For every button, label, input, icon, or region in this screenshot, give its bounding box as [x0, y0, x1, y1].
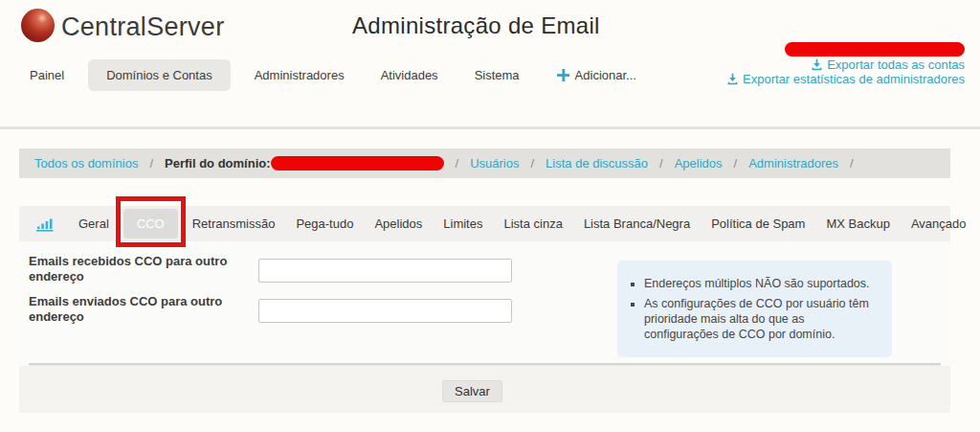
- export-admin-stats-link[interactable]: Exportar estatísticas de administradores: [726, 72, 965, 86]
- export-all-accounts-label: Exportar todas as contas: [827, 57, 965, 72]
- redaction-bar: [271, 156, 444, 171]
- breadcrumb-separator: /: [530, 156, 534, 171]
- info-item: Endereços múltiplos NÃO são suportados.: [644, 276, 879, 291]
- tab-politica-de-spam[interactable]: Política de Spam: [701, 209, 815, 239]
- breadcrumb-aliases[interactable]: Apelidos: [675, 156, 723, 171]
- tab-limites[interactable]: Limites: [433, 209, 493, 239]
- breadcrumb-domain-profile: Perfil do domínio:: [165, 156, 271, 171]
- nav-item-painel[interactable]: Painel: [17, 59, 77, 91]
- nav-item-atividades[interactable]: Atividades: [368, 59, 451, 91]
- breadcrumb-separator: /: [659, 156, 663, 171]
- export-links: Exportar todas as contas Exportar estatí…: [726, 57, 965, 86]
- centralserver-logo-icon: [21, 9, 55, 42]
- tab-geral[interactable]: Geral: [68, 209, 120, 239]
- breadcrumb-separator: /: [850, 156, 854, 171]
- content-divider: [29, 363, 941, 365]
- breadcrumb-separator: /: [734, 156, 738, 171]
- received-cco-label: Emails recebidos CCO para outro endereço: [29, 254, 254, 284]
- nav-item-sistema[interactable]: Sistema: [462, 59, 532, 91]
- tab-retransmissao[interactable]: Retransmissão: [182, 209, 286, 239]
- tab-lista-branca-negra[interactable]: Lista Branca/Negra: [573, 209, 701, 239]
- form-footer: Salvar: [19, 366, 950, 413]
- breadcrumb-separator: /: [456, 156, 459, 171]
- breadcrumb: Todos os domínios / Perfil do domínio: /…: [19, 148, 950, 178]
- add-button[interactable]: Adicionar...: [557, 68, 636, 82]
- plus-icon: [557, 69, 569, 81]
- download-icon: [811, 58, 823, 71]
- header-divider: [0, 126, 980, 129]
- tab-avancado[interactable]: Avançado: [901, 209, 977, 239]
- main-nav: Painel Domínios e Contas Administradores…: [17, 59, 636, 91]
- breadcrumb-all-domains[interactable]: Todos os domínios: [34, 156, 138, 171]
- export-admin-stats-label: Exportar estatísticas de administradores: [743, 72, 965, 86]
- tab-apelidos[interactable]: Apelidos: [364, 209, 433, 239]
- info-list: Endereços múltiplos NÃO são suportados. …: [627, 276, 879, 342]
- nav-item-dominios-e-contas[interactable]: Domínios e Contas: [88, 59, 231, 91]
- cco-form: Emails recebidos CCO para outro endereço…: [19, 241, 950, 365]
- download-icon: [726, 73, 739, 85]
- redaction-bar: [785, 42, 965, 57]
- tab-mx-backup[interactable]: MX Backup: [815, 209, 900, 239]
- info-box: Endereços múltiplos NÃO são suportados. …: [617, 261, 892, 357]
- add-button-label: Adicionar...: [575, 68, 636, 82]
- brand-name: CentralServer: [61, 12, 224, 42]
- info-item: As configurações de CCO por usuário têm …: [644, 296, 879, 342]
- received-cco-input[interactable]: [258, 259, 512, 283]
- tab-lista-cinza[interactable]: Lista cinza: [493, 209, 572, 239]
- breadcrumb-separator: /: [149, 156, 153, 171]
- sent-cco-input[interactable]: [258, 299, 512, 323]
- bar-chart-icon[interactable]: [35, 216, 55, 232]
- breadcrumb-mailing-list[interactable]: Lista de discussão: [546, 156, 648, 171]
- breadcrumb-administrators[interactable]: Administradores: [748, 156, 838, 171]
- breadcrumb-users[interactable]: Usuários: [470, 156, 519, 171]
- export-all-accounts-link[interactable]: Exportar todas as contas: [726, 57, 965, 72]
- tab-cco[interactable]: CCO: [123, 209, 178, 239]
- tab-cco-label: CCO: [137, 216, 165, 231]
- page-title: Administração de Email: [352, 12, 600, 39]
- sent-cco-label: Emails enviados CCO para outro endereço: [29, 294, 254, 325]
- save-button[interactable]: Salvar: [442, 380, 502, 402]
- nav-item-administradores[interactable]: Administradores: [242, 59, 357, 91]
- domain-tabs: Geral CCO Retransmissão Pega-tudo Apelid…: [19, 206, 950, 241]
- tab-pega-tudo[interactable]: Pega-tudo: [285, 209, 364, 239]
